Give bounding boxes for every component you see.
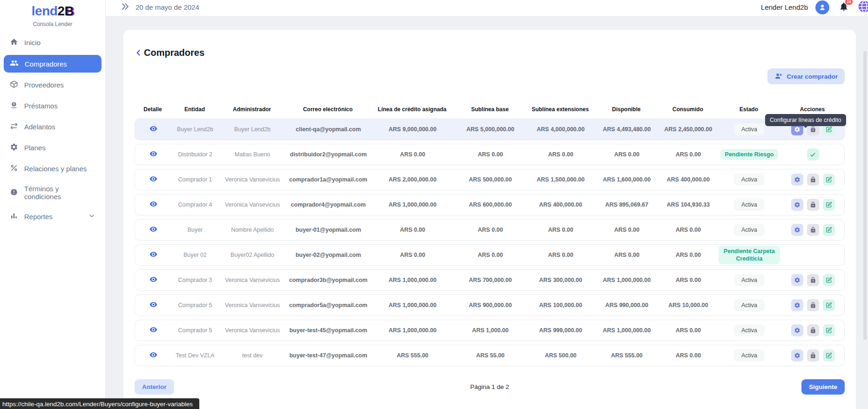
- view-detail-button[interactable]: [149, 124, 158, 135]
- email-value: comprador1a@yopmail.com: [286, 176, 371, 183]
- sidebar-item-proveedores[interactable]: Proveedores: [4, 76, 102, 94]
- edit-button[interactable]: [823, 174, 835, 186]
- administrator-name: Buyer02 Apellido: [219, 252, 286, 258]
- chevron-down-icon: [88, 212, 95, 221]
- lock-button[interactable]: [807, 274, 819, 286]
- create-buyer-button[interactable]: Crear comprador: [767, 68, 845, 84]
- user-avatar[interactable]: [815, 0, 829, 14]
- administrator-name: Nombre Apellido: [219, 227, 286, 233]
- view-detail-button[interactable]: [149, 224, 158, 235]
- eye-icon: [149, 353, 157, 360]
- subline-extensions-value: ARS 400,000.00: [526, 201, 595, 208]
- configure-credit-lines-button[interactable]: [791, 349, 803, 362]
- configure-credit-lines-button[interactable]: [791, 299, 803, 311]
- lock-button[interactable]: [807, 299, 819, 311]
- edit-button[interactable]: [823, 199, 835, 211]
- sidebar-item-label: Inicio: [24, 39, 41, 47]
- lock-icon: [810, 277, 816, 283]
- sidebar-item-label: Planes: [24, 144, 46, 152]
- view-detail-button[interactable]: [149, 325, 158, 336]
- lock-button[interactable]: [807, 349, 819, 362]
- edit-icon: [826, 277, 832, 283]
- consumed-value: ARS 0.00: [658, 352, 718, 359]
- gear-icon: [794, 327, 800, 334]
- consumed-value: ARS 104,930.33: [658, 201, 718, 208]
- credit-line-value: ARS 1,000,000.00: [371, 302, 454, 308]
- eye-icon: [149, 202, 157, 209]
- gear-icon: [794, 176, 800, 183]
- sidebar-item-compradores[interactable]: Compradores: [4, 55, 102, 73]
- column-header: Entidad: [171, 106, 218, 113]
- edit-icon: [826, 126, 832, 133]
- configure-credit-lines-button[interactable]: [791, 324, 803, 336]
- status-badge: Activa: [734, 349, 765, 362]
- view-detail-button[interactable]: [149, 174, 158, 185]
- column-header: Administrador: [218, 106, 285, 113]
- sidebar-item-reportes[interactable]: Reportes: [4, 208, 102, 225]
- edit-button[interactable]: [823, 349, 835, 362]
- sidebar-nav: Inicio Compradores Proveedores $ Préstam…: [0, 34, 105, 225]
- subline-base-value: ARS 0.00: [454, 227, 526, 233]
- eye-icon: [149, 328, 157, 335]
- back-chevron-icon[interactable]: [135, 49, 142, 57]
- subline-base-value: ARS 600,000.00: [454, 201, 526, 208]
- credit-line-value: ARS 1,000,000.00: [371, 277, 454, 283]
- view-detail-button[interactable]: [149, 249, 158, 261]
- column-header: Acciones: [780, 106, 845, 113]
- edit-button[interactable]: [823, 274, 835, 286]
- configure-credit-lines-button[interactable]: [791, 274, 803, 286]
- edit-button[interactable]: [823, 224, 835, 236]
- table-row: Distribuidor 2Matias Buenodistribuidor2@…: [135, 144, 845, 165]
- administrator-name: Veronica Vansevicius: [219, 327, 286, 334]
- sidebar-item-relaciones-y-planes[interactable]: Relaciones y planes: [4, 160, 102, 177]
- table-row: Buyer Lend2bBuyer Lend2bclient-qa@yopmai…: [135, 119, 845, 140]
- edit-button[interactable]: [823, 299, 835, 311]
- sidebar-item-adelantos[interactable]: Adelantos: [4, 118, 102, 135]
- table-header: Detalle Entidad Administrador Correo ele…: [135, 100, 845, 119]
- sidebar-item-terminos-y-condiciones[interactable]: Términos y condiciones: [4, 181, 102, 204]
- subline-base-value: ARS 500,000.00: [454, 176, 526, 183]
- approve-button[interactable]: [807, 148, 819, 161]
- view-detail-button[interactable]: [149, 300, 158, 311]
- view-detail-button[interactable]: [149, 199, 158, 210]
- available-value: ARS 4,493,480.00: [595, 126, 658, 133]
- lock-button[interactable]: [807, 224, 819, 236]
- vertical-scrollbar[interactable]: [863, 51, 867, 340]
- subline-extensions-value: ARS 4,000,000.00: [526, 126, 595, 133]
- edit-icon: [826, 176, 832, 183]
- percent-icon: [10, 164, 18, 174]
- view-detail-button[interactable]: [149, 149, 158, 160]
- sidebar-item-planes[interactable]: Planes: [4, 139, 102, 156]
- table-row: Comprador 5Veronica Vanseviciusbuyer-tes…: [135, 320, 845, 341]
- configure-credit-lines-button[interactable]: [791, 174, 803, 186]
- lock-button[interactable]: [807, 324, 819, 336]
- sidebar-item-label: Reportes: [24, 213, 53, 221]
- view-detail-button[interactable]: [149, 275, 158, 286]
- sidebar-item-label: Préstamos: [24, 102, 58, 110]
- sidebar: lend2B Consola Lender Inicio Compradores…: [0, 0, 106, 409]
- table-row: Test Dev VZLAtest devbuyer-test-47@yopma…: [135, 345, 845, 366]
- next-page-button[interactable]: Siguiente: [801, 379, 845, 395]
- sidebar-expand-icon[interactable]: [121, 2, 130, 13]
- edit-button[interactable]: [823, 324, 835, 336]
- gear-icon: [10, 143, 18, 153]
- consumed-value: ARS 0.00: [658, 252, 718, 258]
- configure-credit-lines-button[interactable]: [791, 199, 803, 211]
- configure-credit-lines-button[interactable]: [791, 224, 803, 236]
- sidebar-item-inicio[interactable]: Inicio: [4, 34, 102, 51]
- lock-button[interactable]: [807, 174, 819, 186]
- lock-button[interactable]: [807, 199, 819, 211]
- subline-extensions-value: ARS 500.00: [526, 352, 595, 359]
- entity-name: Test Dev VZLA: [171, 352, 219, 359]
- previous-page-button[interactable]: Anterior: [135, 379, 174, 395]
- view-detail-button[interactable]: [149, 350, 158, 361]
- credit-line-value: ARS 0.00: [371, 252, 454, 258]
- eye-icon: [149, 177, 157, 184]
- email-value: buyer-01@yopmail.com: [286, 227, 371, 233]
- edit-icon: [826, 227, 832, 233]
- notifications-bell-icon[interactable]: 28: [839, 1, 849, 13]
- sidebar-item-prestamos[interactable]: $ Préstamos: [4, 97, 102, 114]
- language-globe-icon[interactable]: [857, 0, 868, 15]
- column-header: Sublínea base: [454, 106, 526, 113]
- entity-name: Distribuidor 2: [171, 151, 219, 158]
